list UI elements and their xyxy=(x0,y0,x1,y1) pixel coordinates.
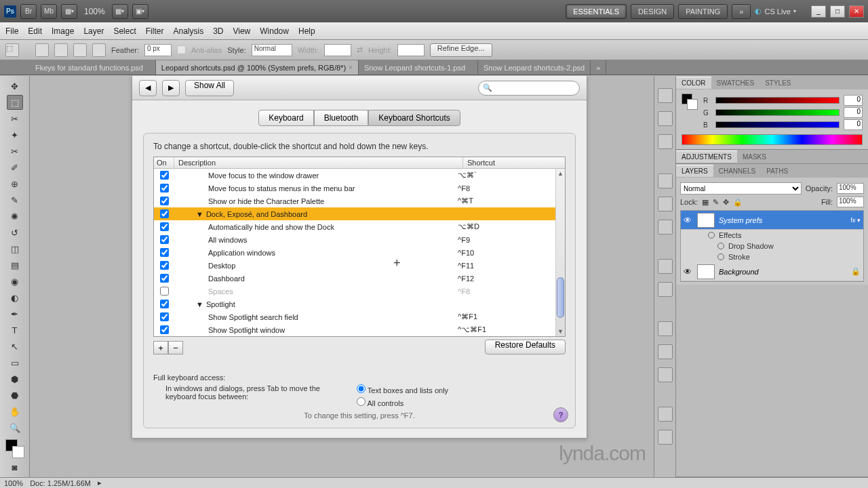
row-checkbox[interactable] xyxy=(160,261,169,270)
close-icon[interactable]: × xyxy=(468,64,472,71)
g-slider[interactable] xyxy=(715,109,840,116)
eyedropper-tool[interactable]: ✐ xyxy=(7,160,23,175)
minimize-button[interactable]: _ xyxy=(811,5,826,18)
search-field[interactable]: 🔍 xyxy=(478,81,580,96)
radio-all-controls[interactable]: All controls xyxy=(357,397,448,407)
table-row[interactable]: Show Spotlight window^⌥⌘F1 xyxy=(154,323,555,336)
marquee-add-icon[interactable] xyxy=(54,43,68,57)
tab-masks[interactable]: MASKS xyxy=(737,151,772,163)
menu-filter[interactable]: Filter xyxy=(146,26,164,36)
menu-select[interactable]: Select xyxy=(113,26,136,36)
scroll-down-icon[interactable]: ▼ xyxy=(556,327,565,336)
tab-channels[interactable]: CHANNELS xyxy=(713,165,761,177)
tab-adjustments[interactable]: ADJUSTMENTS xyxy=(676,150,737,163)
marquee-sub-icon[interactable] xyxy=(73,43,87,57)
add-button[interactable]: + xyxy=(153,341,168,354)
row-checkbox[interactable] xyxy=(160,222,169,231)
visibility-icon[interactable]: 👁 xyxy=(684,267,693,277)
col-description[interactable]: Description xyxy=(174,157,463,168)
cs-live[interactable]: ◐CS Live▾ xyxy=(755,7,796,16)
feather-input[interactable]: 0 px xyxy=(144,44,172,56)
marquee-intersect-icon[interactable] xyxy=(92,43,106,57)
row-checkbox[interactable] xyxy=(160,287,169,296)
scroll-thumb[interactable] xyxy=(557,277,564,318)
fg-bg-swatch[interactable] xyxy=(682,94,698,110)
g-value[interactable]: 0 xyxy=(844,107,863,118)
tab-color[interactable]: COLOR xyxy=(676,77,711,89)
b-slider[interactable] xyxy=(715,121,840,128)
status-zoom[interactable]: 100% xyxy=(4,479,23,487)
stamp-tool[interactable]: ✺ xyxy=(7,209,23,224)
menu-image[interactable]: Image xyxy=(52,26,74,36)
tab-layers[interactable]: LAYERS xyxy=(676,165,713,177)
table-row[interactable]: Move focus to the window drawer⌥⌘` xyxy=(154,169,555,182)
refine-edge-button[interactable]: Refine Edge... xyxy=(430,43,492,57)
col-on[interactable]: On xyxy=(154,157,174,168)
forward-button[interactable]: ▶ xyxy=(162,80,180,96)
heal-tool[interactable]: ⊕ xyxy=(7,176,23,191)
doc-tab[interactable]: Snow Leopard shortcuts-1.psd× xyxy=(359,60,478,75)
menu-3d[interactable]: 3D xyxy=(213,26,223,36)
back-button[interactable]: ◀ xyxy=(139,80,157,96)
row-checkbox[interactable] xyxy=(160,248,169,257)
eraser-tool[interactable]: ◫ xyxy=(7,241,23,256)
brush-tool[interactable]: ✎ xyxy=(7,192,23,207)
hand-tool[interactable]: ✋ xyxy=(7,404,23,419)
workspace-painting[interactable]: PAINTING xyxy=(678,4,728,19)
r-value[interactable]: 0 xyxy=(844,95,863,106)
help-button[interactable]: ? xyxy=(553,407,568,422)
move-tool[interactable]: ✥ xyxy=(7,79,23,94)
close-icon[interactable]: × xyxy=(349,64,353,71)
effects-row[interactable]: Effects xyxy=(681,230,863,241)
marquee-tool[interactable]: ⬚ xyxy=(7,95,23,110)
table-row[interactable]: Spaces^F8 xyxy=(154,285,555,298)
tool-preset-picker[interactable]: ⬚ xyxy=(5,43,19,57)
crop-tool[interactable]: ✂ xyxy=(7,144,23,159)
table-row[interactable]: Application windows^F10 xyxy=(154,246,555,259)
row-checkbox[interactable] xyxy=(160,197,169,205)
shape-tool[interactable]: ▭ xyxy=(7,355,23,370)
doc-tab[interactable]: Snow Leopard shortcuts-2.psd xyxy=(478,60,591,75)
zoom-level[interactable]: 100% xyxy=(84,7,105,16)
table-row[interactable]: Show or hide the Character Palette^⌘T xyxy=(154,195,555,207)
panel-icon[interactable] xyxy=(658,88,673,103)
maximize-button[interactable]: □ xyxy=(830,5,845,18)
doc-tab-overflow[interactable]: » xyxy=(591,60,606,75)
view-extras-dropdown[interactable]: ▦ xyxy=(61,4,77,19)
layer-thumbnail[interactable] xyxy=(697,264,715,279)
menu-view[interactable]: View xyxy=(233,26,250,36)
menu-window[interactable]: Window xyxy=(260,26,289,36)
layer-name[interactable]: System prefs xyxy=(719,216,762,224)
menu-help[interactable]: Help xyxy=(298,26,315,36)
menu-file[interactable]: File xyxy=(5,26,18,36)
bridge-button[interactable]: Br xyxy=(20,4,37,19)
3d-tool[interactable]: ⬢ xyxy=(7,371,23,386)
color-swatches[interactable] xyxy=(5,439,24,458)
style-select[interactable]: Normal xyxy=(252,44,292,56)
panel-icon[interactable] xyxy=(658,259,673,274)
table-row[interactable]: ▼Spotlight xyxy=(154,298,555,310)
restore-defaults-button[interactable]: Restore Defaults xyxy=(485,340,566,354)
screen-mode-dropdown[interactable]: ▣ xyxy=(132,4,149,19)
effect-drop-shadow[interactable]: Drop Shadow xyxy=(681,241,863,251)
effect-stroke[interactable]: Stroke xyxy=(681,251,863,262)
table-row[interactable]: Move focus to status menus in the menu b… xyxy=(154,182,555,195)
row-checkbox[interactable] xyxy=(160,312,169,321)
layer-row[interactable]: 👁 System prefs fx ▾ xyxy=(681,211,863,230)
panel-icon[interactable] xyxy=(658,174,673,188)
table-row[interactable]: ▼Dock, Exposé, and Dashboard xyxy=(154,207,555,220)
3d-camera-tool[interactable]: ⬣ xyxy=(7,388,23,403)
table-scrollbar[interactable]: ▲ ▼ xyxy=(555,169,565,336)
workspace-design[interactable]: DESIGN xyxy=(631,4,674,19)
panel-icon[interactable] xyxy=(658,344,673,359)
col-shortcut[interactable]: Shortcut xyxy=(463,157,565,168)
row-checkbox[interactable] xyxy=(160,300,169,308)
table-row[interactable]: All windows^F9 xyxy=(154,233,555,246)
remove-button[interactable]: − xyxy=(168,341,183,354)
opacity-input[interactable]: 100% xyxy=(837,183,864,194)
layer-name[interactable]: Background xyxy=(719,268,759,276)
panel-icon[interactable] xyxy=(658,407,673,422)
dodge-tool[interactable]: ◐ xyxy=(7,290,23,305)
blur-tool[interactable]: ◉ xyxy=(7,274,23,289)
table-row[interactable]: Show Spotlight search field^⌘F1 xyxy=(154,310,555,323)
